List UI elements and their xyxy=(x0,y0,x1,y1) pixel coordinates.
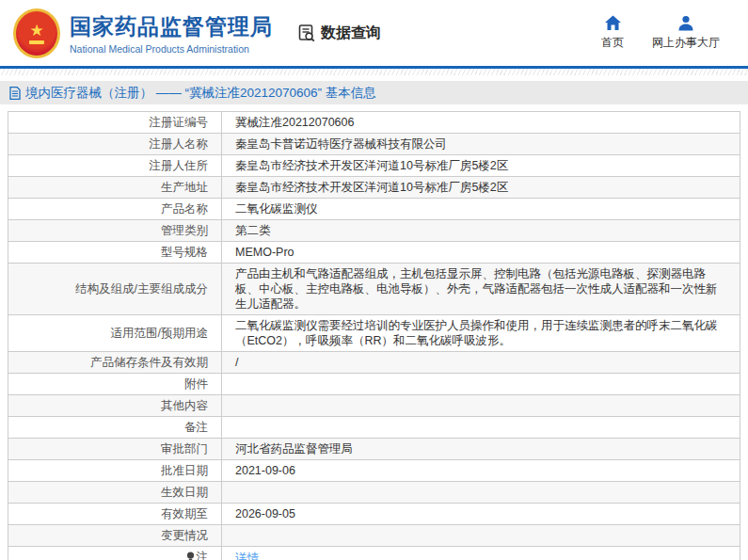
row-value xyxy=(222,417,740,439)
person-icon xyxy=(677,15,694,31)
nav-service-hall-label: 网上办事大厅 xyxy=(652,35,720,51)
document-search-icon xyxy=(297,24,316,42)
table-row: 注册人住所秦皇岛市经济技术开发区洋河道10号标准厂房5楼2区 xyxy=(8,155,740,177)
table-row: 型号规格MEMO-Pro xyxy=(8,242,740,264)
row-label: 产品名称 xyxy=(8,199,222,220)
detail-table: 注册证编号冀械注准20212070606注册人名称秦皇岛卡普诺迈特医疗器械科技有… xyxy=(8,111,740,560)
row-value: 河北省药品监督管理局 xyxy=(222,439,740,460)
table-row: 管理类别第二类 xyxy=(8,220,740,242)
hatch-divider xyxy=(0,69,748,75)
table-row: 产品名称二氧化碳监测仪 xyxy=(8,199,740,220)
table-row: 生效日期 xyxy=(8,482,740,504)
row-label: 型号规格 xyxy=(8,242,222,264)
home-icon xyxy=(604,15,622,31)
row-value xyxy=(222,525,740,547)
row-value: 冀械注准20212070606 xyxy=(222,112,740,134)
row-label: 备注 xyxy=(8,417,222,439)
row-label: 生效日期 xyxy=(8,482,222,504)
row-value: 详情 xyxy=(222,547,740,560)
row-value: 二氧化碳监测仪需要经过培训的专业医护人员操作和使用，用于连续监测患者的呼末二氧化… xyxy=(222,315,740,352)
table-row: 备注 xyxy=(8,417,740,439)
table-row: 批准日期2021-09-06 xyxy=(8,460,740,482)
table-row: 产品储存条件及有效期/ xyxy=(8,352,740,374)
table-row: 结构及组成/主要组成成分产品由主机和气路适配器组成，主机包括显示屏、控制电路（包… xyxy=(8,264,740,315)
row-label: 生产地址 xyxy=(8,177,222,199)
row-label: 适用范围/预期用途 xyxy=(8,315,222,352)
page: ★ 国家药品监督管理局 National Medical Products Ad… xyxy=(0,0,748,560)
row-value xyxy=(222,374,740,395)
row-label: 注册证编号 xyxy=(8,112,222,134)
table-row: 生产地址秦皇岛市经济技术开发区洋河道10号标准厂房5楼2区 xyxy=(8,177,740,199)
row-label: 管理类别 xyxy=(8,220,222,242)
row-value: / xyxy=(222,352,740,374)
row-value: 第二类 xyxy=(222,220,740,242)
page-title: 境内医疗器械（注册） —— “冀械注准20212070606” 基本信息 xyxy=(25,85,376,102)
nav-home-label: 首页 xyxy=(601,35,624,51)
row-value xyxy=(222,395,740,417)
site-header: ★ 国家药品监督管理局 National Medical Products Ad… xyxy=(0,0,748,69)
row-value xyxy=(222,482,740,504)
brand: 国家药品监督管理局 National Medical Products Admi… xyxy=(70,12,273,55)
row-value: MEMO-Pro xyxy=(222,242,740,264)
table-row: 注详情 xyxy=(8,547,740,560)
row-label: 产品储存条件及有效期 xyxy=(8,352,222,374)
table-row: 有效期至2026-09-05 xyxy=(8,504,740,525)
nav-service-hall[interactable]: 网上办事大厅 xyxy=(652,15,720,51)
table-row: 其他内容 xyxy=(8,395,740,417)
detail-table-wrap: 注册证编号冀械注准20212070606注册人名称秦皇岛卡普诺迈特医疗器械科技有… xyxy=(0,104,748,560)
details-link[interactable]: 详情 xyxy=(235,552,259,560)
result-title-bar: 境内医疗器械（注册） —— “冀械注准20212070606” 基本信息 xyxy=(0,81,748,104)
lightbulb-icon xyxy=(186,551,195,560)
table-row: 注册人名称秦皇岛卡普诺迈特医疗器械科技有限公司 xyxy=(8,134,740,155)
row-value: 秦皇岛市经济技术开发区洋河道10号标准厂房5楼2区 xyxy=(222,177,740,199)
table-row: 注册证编号冀械注准20212070606 xyxy=(8,112,740,134)
data-query-section: 数据查询 xyxy=(297,24,381,43)
row-label: 有效期至 xyxy=(8,504,222,525)
row-value: 2021-09-06 xyxy=(222,460,740,482)
table-row: 附件 xyxy=(8,374,740,395)
china-national-emblem-icon: ★ xyxy=(13,8,60,58)
table-row: 适用范围/预期用途二氧化碳监测仪需要经过培训的专业医护人员操作和使用，用于连续监… xyxy=(8,315,740,352)
row-label: 注册人住所 xyxy=(8,155,222,177)
data-query-label: 数据查询 xyxy=(321,24,381,43)
row-value: 二氧化碳监测仪 xyxy=(222,199,740,220)
row-label: 变更情况 xyxy=(8,525,222,547)
row-label: 附件 xyxy=(8,374,222,395)
document-icon xyxy=(9,87,21,100)
row-label: 注册人名称 xyxy=(8,134,222,155)
row-value: 2026-09-05 xyxy=(222,504,740,525)
org-name-en: National Medical Products Administration xyxy=(70,43,273,55)
row-label: 注 xyxy=(8,547,222,560)
row-value: 秦皇岛市经济技术开发区洋河道10号标准厂房5楼2区 xyxy=(222,155,740,177)
table-row: 审批部门河北省药品监督管理局 xyxy=(8,439,740,460)
row-value: 秦皇岛卡普诺迈特医疗器械科技有限公司 xyxy=(222,134,740,155)
row-label: 其他内容 xyxy=(8,395,222,417)
row-label: 审批部门 xyxy=(8,439,222,460)
row-label: 批准日期 xyxy=(8,460,222,482)
row-label: 结构及组成/主要组成成分 xyxy=(8,264,222,315)
table-row: 变更情况 xyxy=(8,525,740,547)
row-value: 产品由主机和气路适配器组成，主机包括显示屏、控制电路（包括光源电路板、探测器电路… xyxy=(222,264,740,315)
nav-home[interactable]: 首页 xyxy=(601,15,624,51)
org-name-cn: 国家药品监督管理局 xyxy=(70,12,273,41)
header-nav: 首页 网上办事大厅 xyxy=(601,15,720,51)
